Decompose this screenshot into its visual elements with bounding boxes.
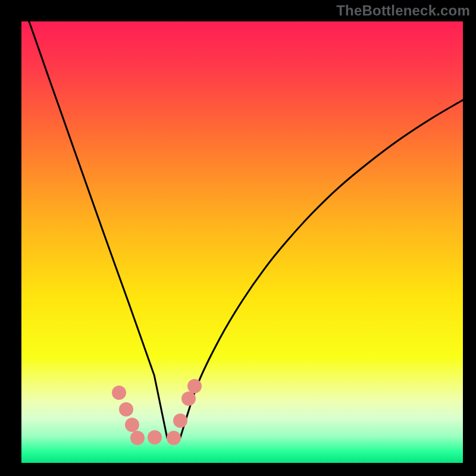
curves-layer	[21, 21, 463, 463]
chart-frame: TheBottleneck.com	[0, 0, 476, 476]
highlight-marker	[181, 392, 196, 406]
highlight-marker	[130, 431, 145, 445]
curve-curve-left	[21, 21, 167, 438]
highlight-marker	[173, 414, 187, 428]
highlight-marker	[125, 418, 139, 432]
highlight-marker	[167, 431, 181, 445]
highlight-marker	[119, 402, 133, 416]
plot-area	[21, 21, 463, 463]
highlight-marker	[187, 379, 202, 393]
watermark-text: TheBottleneck.com	[336, 2, 470, 19]
highlight-marker	[148, 430, 162, 444]
curve-curve-right	[180, 100, 463, 437]
highlight-marker	[112, 386, 126, 400]
